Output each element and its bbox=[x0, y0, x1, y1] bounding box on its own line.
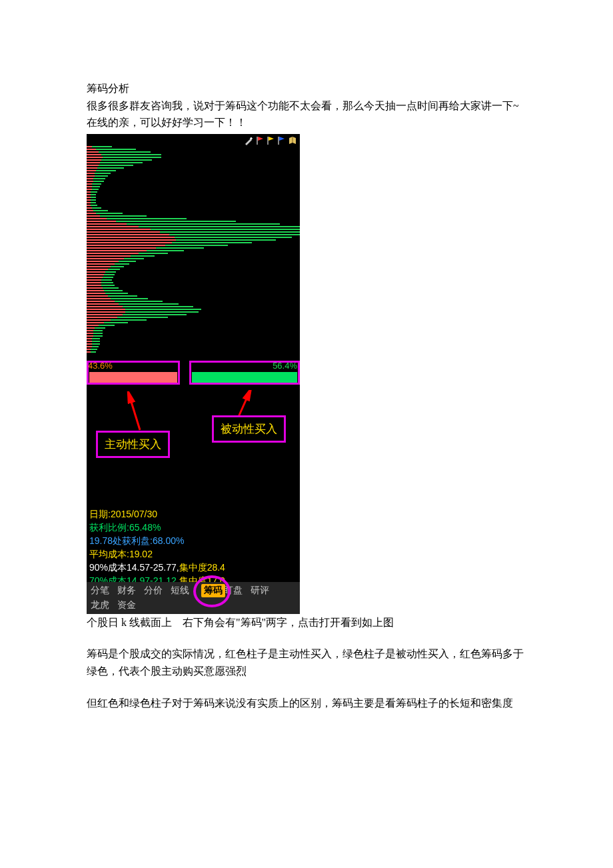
info-profit-ratio: 获利比例:65.48% bbox=[89, 521, 225, 534]
arrow-to-active bbox=[125, 391, 145, 431]
svg-rect-3 bbox=[278, 137, 279, 145]
info-block: 日期:2015/07/30 获利比例:65.48% 19.78处获利盘:68.0… bbox=[89, 507, 225, 587]
tab-盯盘[interactable]: 盯盘 bbox=[224, 585, 243, 597]
arrow-to-passive bbox=[235, 390, 255, 418]
info-avg-cost: 平均成本:19.02 bbox=[89, 547, 225, 561]
svg-rect-2 bbox=[267, 137, 269, 145]
tab-资金[interactable]: 资金 bbox=[117, 599, 136, 611]
tab-龙虎[interactable]: 龙虎 bbox=[91, 599, 109, 611]
chip-distribution-chart bbox=[87, 146, 300, 356]
flag-yellow-icon[interactable] bbox=[267, 136, 275, 145]
toolbar bbox=[244, 136, 297, 145]
flag-blue-icon[interactable] bbox=[277, 136, 285, 145]
tab-分笔[interactable]: 分笔 bbox=[91, 585, 109, 597]
active-buy-bar bbox=[89, 372, 177, 383]
active-buy-label: 主动性买入 bbox=[96, 431, 170, 458]
tab-短线[interactable]: 短线 bbox=[171, 585, 189, 597]
doc-title: 筹码分析 bbox=[87, 80, 526, 97]
app-screenshot: 43.6% 56.4% 主动性买入 被动性买入 日期:2015/07/30 获利… bbox=[87, 134, 300, 614]
info-cost90: 90%成本14.57-25.77,集中度28.4 bbox=[89, 561, 225, 574]
svg-rect-1 bbox=[257, 137, 258, 145]
tab-研评[interactable]: 研评 bbox=[251, 585, 269, 597]
info-date: 日期:2015/07/30 bbox=[89, 507, 225, 521]
intro-text: 很多很多群友咨询我，说对于筹码这个功能不太会看，那么今天抽一点时间再给大家讲一下… bbox=[87, 97, 526, 131]
book-icon[interactable] bbox=[288, 136, 297, 145]
flag-red-icon[interactable] bbox=[256, 136, 264, 145]
caption-text: 个股日 k 线截面上 右下角会有"筹码"两字，点击打开看到如上图 bbox=[87, 614, 526, 631]
percent-row: 43.6% 56.4% bbox=[87, 361, 300, 390]
tab-财务[interactable]: 财务 bbox=[117, 585, 136, 597]
tab-chips-highlighted[interactable]: 筹码 bbox=[201, 584, 225, 597]
pencil-icon[interactable] bbox=[244, 136, 253, 145]
bottom-tabbar: 分笔财务分价短线筹码盯盘研评 龙虎资金 筹码 bbox=[87, 582, 300, 614]
para1: 筹码是个股成交的实际情况，红色柱子是主动性买入，绿色柱子是被动性买入，红色筹码多… bbox=[87, 645, 526, 679]
tab-分价[interactable]: 分价 bbox=[144, 585, 163, 597]
passive-buy-label: 被动性买入 bbox=[212, 415, 286, 443]
passive-buy-bar bbox=[192, 372, 297, 383]
info-profit-at: 19.78处获利盘:68.00% bbox=[89, 534, 225, 547]
para2: 但红色和绿色柱子对于筹码来说没有实质上的区别，筹码主要是看筹码柱子的长短和密集度 bbox=[87, 695, 526, 712]
